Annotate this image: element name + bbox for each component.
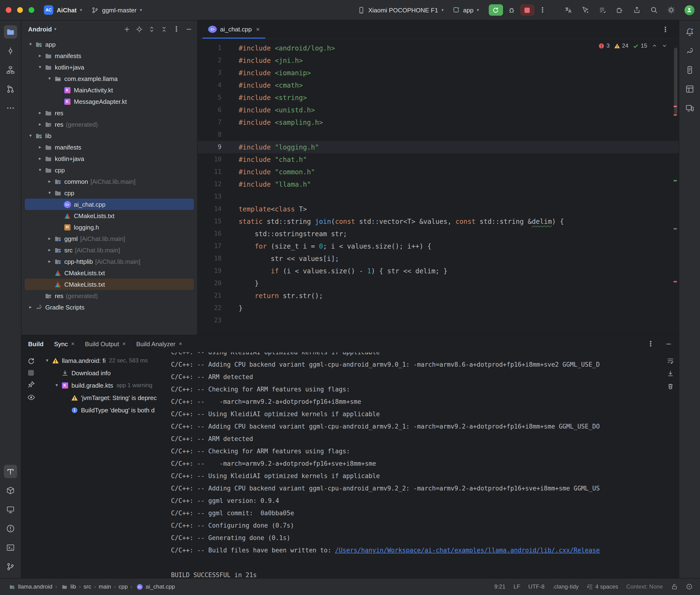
more-run-options-icon[interactable]: ⋮ — [536, 6, 549, 14]
project-tree-item-res[interactable]: res(generated) — [25, 290, 194, 302]
passed-count[interactable]: 15 — [633, 42, 647, 49]
minimize-panel-icon[interactable] — [665, 340, 672, 347]
editor-tab-ai-chat-cpp[interactable]: C+ ai_chat.cpp × — [202, 21, 265, 38]
code-line-10[interactable]: 10#include "chat.h" — [198, 153, 678, 166]
user-avatar[interactable] — [684, 5, 694, 15]
project-tree-item-ai-chat-cpp[interactable]: C+ai_chat.cpp — [25, 199, 194, 210]
breadcrumb-cpp[interactable]: cpp — [119, 583, 128, 590]
close-tab-icon[interactable]: × — [71, 340, 75, 347]
code-line-5[interactable]: 5#include <string> — [198, 91, 678, 104]
console-link[interactable]: /Users/hanyin/Workspace/ai-chat/examples… — [335, 547, 600, 554]
close-window-button[interactable] — [6, 7, 11, 13]
project-tree-item-com-example-llama[interactable]: ▾com.example.llama — [25, 73, 194, 84]
chevron-collapsed-icon[interactable]: ▸ — [27, 305, 34, 310]
chevron-collapsed-icon[interactable]: ▸ — [36, 145, 44, 149]
code-line-17[interactable]: 17 for (size_t i = 0; i < values.size();… — [198, 240, 678, 252]
pin-icon[interactable] — [27, 380, 35, 389]
code-line-13[interactable]: 13 — [198, 191, 678, 203]
project-tree-item-messageadapter-kt[interactable]: KMessageAdapter.kt — [25, 96, 194, 107]
build-tool-button[interactable] — [4, 464, 17, 478]
vcs-branch-widget[interactable]: ggml-master ▾ — [88, 4, 146, 16]
warnings-count[interactable]: 24 — [614, 42, 628, 49]
build-tree-item-jvmtarget-string-is-deprec[interactable]: 'jvmTarget: String' is deprec — [40, 391, 169, 404]
project-tree-item-ggml[interactable]: ▸ggml[AiChat.lib.main] — [25, 233, 194, 244]
close-tab-icon[interactable]: × — [255, 26, 260, 33]
stripe-mark[interactable] — [673, 228, 677, 229]
translate-icon[interactable] — [561, 4, 575, 16]
terminal-tool-button[interactable] — [4, 541, 17, 554]
build-options-kebab-icon[interactable]: ⋮ — [644, 340, 657, 348]
scroll-to-end-icon[interactable] — [667, 370, 674, 377]
breadcrumb-ai-chat-cpp[interactable]: C+ai_chat.cpp — [135, 583, 175, 590]
commit-tool-button[interactable] — [4, 44, 17, 58]
clear-console-icon[interactable] — [667, 383, 674, 390]
project-view-selector[interactable]: Android — [28, 26, 52, 33]
minimize-window-button[interactable] — [17, 7, 23, 13]
chevron-expanded-icon[interactable]: ▾ — [46, 191, 53, 195]
chevron-collapsed-icon[interactable]: ▸ — [36, 53, 44, 58]
running-devices-tool-button[interactable] — [683, 102, 696, 115]
breadcrumb-src[interactable]: src — [84, 583, 91, 590]
options-kebab-icon[interactable]: ⋮ — [173, 25, 180, 33]
chevron-expanded-icon[interactable]: ▾ — [43, 358, 51, 363]
close-tab-icon[interactable]: × — [179, 340, 182, 347]
locate-file-icon[interactable] — [136, 26, 143, 33]
project-tree-item-kotlin-java[interactable]: ▾kotlin+java — [25, 61, 194, 73]
code-line-3[interactable]: 3#include <iomanip> — [198, 67, 678, 79]
collapse-all-icon[interactable] — [161, 26, 168, 33]
structure-tool-button[interactable] — [4, 63, 17, 77]
code-line-4[interactable]: 4#include <cmath> — [198, 79, 678, 91]
code-line-14[interactable]: 14template<class T> — [198, 203, 678, 215]
app-inspection-tool-button[interactable] — [4, 503, 17, 516]
chevron-expanded-icon[interactable]: ▾ — [46, 76, 53, 81]
build-tree-item-download-info[interactable]: Download info — [40, 367, 169, 379]
soft-wrap-icon[interactable] — [667, 357, 674, 364]
build-tree-item-llama-android-fi[interactable]: ▾llama.android: fi22 sec, 583 ms — [40, 354, 169, 367]
stop-build-icon[interactable] — [28, 370, 34, 376]
project-tree-item-res[interactable]: ▸res — [25, 107, 194, 119]
build-tree-item-buildtype-debug-is-both-d[interactable]: BuildType 'debug' is both d — [40, 404, 169, 416]
chevron-collapsed-icon[interactable]: ▸ — [46, 259, 53, 264]
code-line-8[interactable]: 8 — [198, 129, 678, 141]
stripe-mark[interactable] — [673, 114, 677, 116]
plugin-icon[interactable] — [613, 4, 626, 16]
breadcrumb-main[interactable]: main — [99, 583, 111, 590]
notifications-tool-button[interactable] — [683, 25, 696, 38]
code-line-16[interactable]: 16 std::ostringstream str; — [198, 228, 678, 240]
build-tab-sync[interactable]: Sync× — [54, 340, 75, 347]
expand-all-icon[interactable] — [148, 26, 155, 33]
chevron-expanded-icon[interactable]: ▾ — [27, 42, 34, 47]
project-widget[interactable]: AC AiChat ▾ — [40, 3, 86, 17]
share-icon[interactable] — [630, 4, 643, 16]
breadcrumb-lib[interactable]: lib — [60, 583, 76, 590]
project-tree-item-cpp[interactable]: ▾cpp — [25, 164, 194, 176]
chevron-collapsed-icon[interactable]: ▸ — [46, 236, 53, 241]
chevron-collapsed-icon[interactable]: ▸ — [36, 122, 44, 127]
chevron-expanded-icon[interactable]: ▾ — [53, 383, 60, 388]
more-tools-button[interactable] — [4, 102, 17, 115]
rerun-button[interactable] — [488, 4, 503, 16]
build-tab-build-analyzer[interactable]: Build Analyzer× — [136, 340, 182, 347]
build-tab-build-output[interactable]: Build Output× — [85, 340, 126, 347]
chevron-expanded-icon[interactable]: ▾ — [36, 168, 44, 172]
zoom-window-button[interactable] — [29, 7, 34, 13]
debug-button[interactable] — [505, 4, 518, 16]
code-editor[interactable]: 1#include <android/log.h>2#include <jni.… — [198, 39, 678, 335]
add-icon[interactable] — [123, 26, 131, 33]
chevron-expanded-icon[interactable]: ▾ — [27, 133, 34, 138]
search-icon[interactable] — [647, 4, 661, 16]
code-line-9[interactable]: 9#include "logging.h" — [198, 141, 678, 153]
project-tree-item-cmakelists-txt[interactable]: CMakeLists.txt — [25, 279, 194, 290]
filter-eye-icon[interactable] — [27, 393, 35, 401]
run-configuration-selector[interactable]: app ▾ — [449, 4, 483, 16]
code-line-21[interactable]: 21 return str.str(); — [198, 289, 678, 302]
device-selector[interactable]: Xiaomi POCOPHONE F1 ▾ — [354, 4, 447, 16]
inspections-toggle-icon[interactable] — [686, 583, 692, 590]
code-line-6[interactable]: 6#include <unistd.h> — [198, 104, 678, 116]
close-tab-icon[interactable]: × — [122, 340, 126, 347]
project-tree-item-app[interactable]: ▾app — [25, 38, 194, 50]
chevron-collapsed-icon[interactable]: ▸ — [46, 179, 53, 184]
problems-tool-button[interactable] — [4, 522, 17, 535]
pull-requests-tool-button[interactable] — [4, 82, 17, 96]
tab-options-kebab-icon[interactable]: ⋮ — [659, 25, 672, 34]
